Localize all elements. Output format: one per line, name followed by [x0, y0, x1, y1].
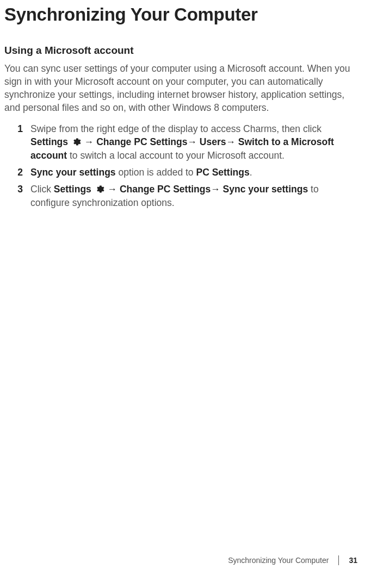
nav-part: Sync your settings [223, 184, 308, 195]
page-title: Synchronizing Your Computer [4, 4, 356, 25]
gear-icon [71, 137, 81, 147]
step-3: 3 Click Settings → Change PC Settings→ S… [15, 183, 356, 210]
step-body: Click Settings → Change PC Settings→ Syn… [30, 183, 356, 210]
gear-icon [95, 184, 104, 194]
arrow: → [187, 136, 199, 147]
step-text: option is added to [116, 167, 196, 178]
footer: Synchronizing Your Computer 31 [228, 555, 357, 565]
bold-text: Sync your settings [30, 167, 116, 178]
nav-part: Users [200, 136, 226, 147]
step-text: to switch a local account to your Micros… [67, 150, 285, 161]
settings-label: Settings [54, 184, 91, 195]
arrow: → [211, 184, 223, 195]
settings-label: Settings [30, 136, 68, 147]
footer-divider [338, 555, 339, 565]
step-body: Sync your settings option is added to PC… [30, 166, 356, 179]
intro-paragraph: You can sync user settings of your compu… [4, 62, 356, 115]
bold-text: PC Settings [196, 167, 249, 178]
arrow: → [108, 184, 120, 195]
footer-label: Synchronizing Your Computer [228, 556, 329, 565]
step-number: 1 [15, 122, 30, 163]
step-1: 1 Swipe from the right edge of the displ… [15, 122, 356, 163]
step-text: Swipe from the right edge of the display… [30, 123, 322, 134]
step-text: . [250, 167, 252, 178]
section-title: Using a Microsoft account [4, 45, 356, 57]
page-number: 31 [349, 556, 357, 565]
steps-list: 1 Swipe from the right edge of the displ… [4, 122, 356, 210]
arrow: → [84, 136, 96, 147]
step-2: 2 Sync your settings option is added to … [15, 166, 356, 179]
nav-part: Change PC Settings [96, 136, 187, 147]
arrow: → [226, 136, 238, 147]
nav-part: Change PC Settings [120, 184, 211, 195]
step-number: 3 [15, 183, 30, 210]
step-number: 2 [15, 166, 30, 179]
step-text: Click [30, 184, 54, 195]
step-body: Swipe from the right edge of the display… [30, 122, 356, 163]
